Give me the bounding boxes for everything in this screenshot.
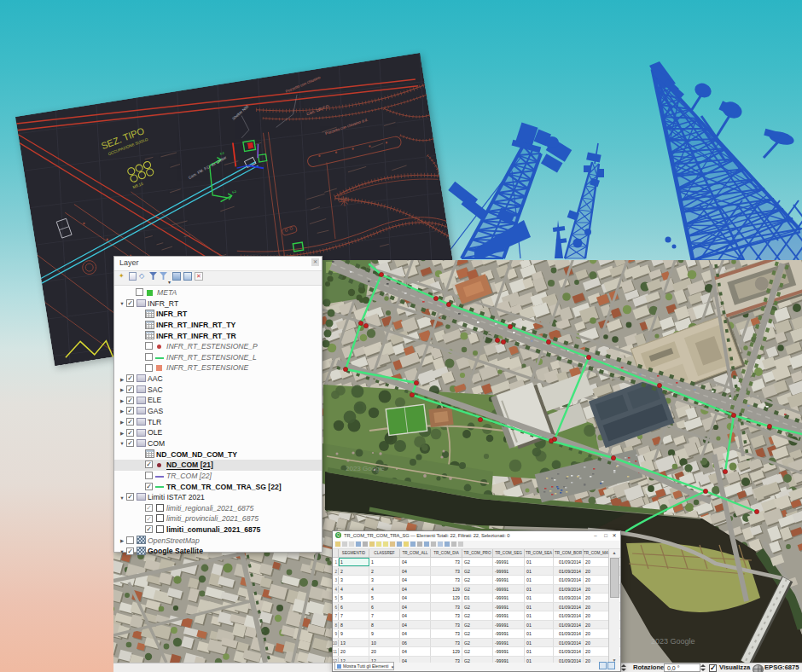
svg-text:2023 Google: 2023 Google <box>651 637 695 646</box>
svg-text:2023 Google: 2023 Google <box>346 465 385 472</box>
